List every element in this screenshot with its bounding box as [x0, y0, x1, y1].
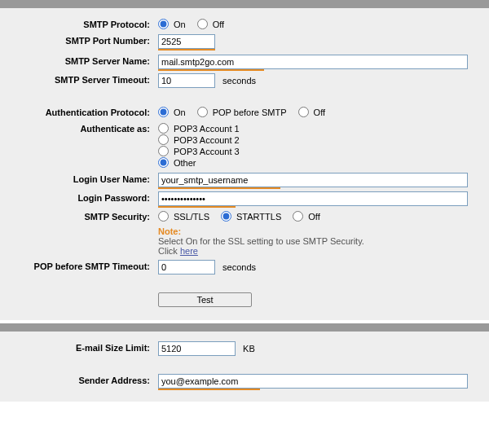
input-email-size[interactable]	[158, 341, 236, 356]
input-login-user[interactable]	[158, 173, 468, 187]
radio-auth-pop[interactable]	[197, 107, 208, 117]
label-auth-protocol: Authentication Protocol:	[0, 105, 155, 117]
label-login-user: Login User Name:	[0, 172, 155, 184]
input-smtp-timeout[interactable]	[158, 73, 215, 88]
radio-smtp-protocol-off[interactable]	[197, 19, 208, 29]
input-pop-timeout[interactable]	[158, 260, 215, 275]
radio-label-pop3-3: POP3 Account 3	[174, 147, 240, 156]
radio-ssl[interactable]	[158, 211, 169, 222]
label-smtp-server: SMTP Server Name:	[0, 54, 155, 66]
label-sender-addr: Sender Address:	[0, 373, 155, 385]
radio-label-starttls: STARTTLS	[236, 212, 281, 222]
label-smtp-security: SMTP Security:	[0, 209, 155, 222]
label-pop-timeout: POP before SMTP Timeout:	[0, 259, 155, 271]
radio-starttls[interactable]	[221, 211, 231, 222]
radio-label-auth-on: On	[174, 108, 186, 117]
highlight-underline	[158, 389, 260, 390]
note-text: Select On for the SSL setting to use SMT…	[158, 236, 481, 246]
smtp-settings-section: SMTP Protocol: On Off SMTP Port Number: …	[0, 8, 489, 320]
test-button[interactable]: Test	[158, 292, 252, 307]
radio-smtp-protocol-on[interactable]	[158, 19, 169, 29]
label-smtp-protocol: SMTP Protocol:	[0, 17, 155, 29]
radio-auth-on[interactable]	[158, 107, 169, 117]
note-click: Click	[158, 246, 180, 256]
email-settings-section: E-mail Size Limit: KB Sender Address:	[0, 332, 489, 402]
label-smtp-port: SMTP Port Number:	[0, 33, 155, 46]
highlight-underline	[158, 69, 264, 71]
input-sender-addr[interactable]	[158, 374, 468, 389]
note-link-here[interactable]: here	[180, 246, 198, 256]
radio-label-on: On	[174, 20, 186, 29]
radio-label-auth-off: Off	[314, 108, 325, 117]
radio-label-ssl: SSL/TLS	[174, 212, 209, 222]
input-smtp-server[interactable]	[158, 55, 468, 69]
label-login-pass: Login Password:	[0, 191, 155, 203]
label-smtp-timeout: SMTP Server Timeout:	[0, 72, 155, 85]
section-divider	[0, 323, 489, 332]
radio-label-sec-off: Off	[308, 212, 319, 222]
highlight-underline	[158, 187, 280, 189]
unit-seconds-2: seconds	[222, 262, 256, 272]
note-label: Note:	[158, 226, 481, 236]
input-smtp-port[interactable]	[158, 34, 215, 49]
input-login-pass[interactable]	[158, 191, 468, 206]
radio-pop3-1[interactable]	[158, 123, 169, 134]
radio-pop3-2[interactable]	[158, 134, 169, 145]
radio-label-pop3-1: POP3 Account 1	[174, 124, 240, 134]
radio-label-other: Other	[174, 158, 196, 168]
radio-label-pop3-2: POP3 Account 2	[174, 135, 240, 145]
unit-kb: KB	[243, 344, 255, 354]
radio-auth-off[interactable]	[298, 107, 309, 117]
radio-label-off: Off	[213, 20, 224, 29]
unit-seconds: seconds	[222, 76, 256, 86]
top-bar	[0, 0, 489, 8]
radio-sec-off[interactable]	[293, 211, 303, 222]
highlight-underline	[158, 206, 236, 208]
radio-other[interactable]	[158, 157, 169, 168]
radio-label-auth-pop: POP before SMTP	[213, 108, 287, 117]
label-auth-as: Authenticate as:	[0, 121, 155, 134]
label-email-size: E-mail Size Limit:	[0, 340, 155, 353]
radio-pop3-3[interactable]	[158, 146, 169, 156]
